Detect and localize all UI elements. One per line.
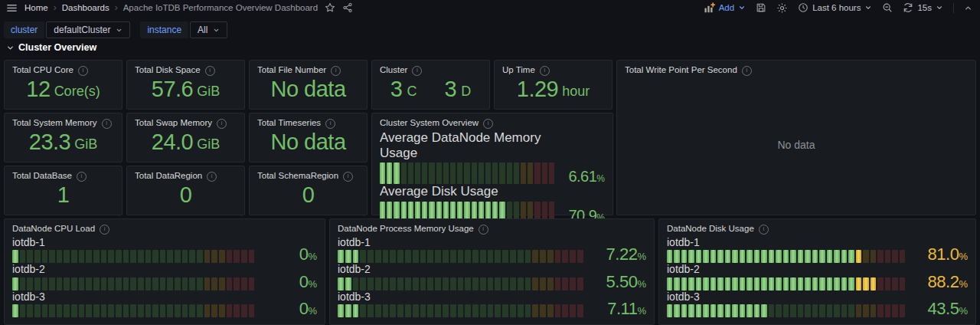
stat-value: 3: [390, 78, 403, 100]
gauge-cell: [79, 304, 85, 317]
stat-unit: GiB: [197, 133, 220, 151]
panel-total-system-memory: Total System Memory 23.3 GiB: [4, 113, 122, 162]
info-icon[interactable]: [483, 119, 493, 129]
gauge-cell: [27, 277, 33, 291]
gauge-cell: [812, 277, 818, 291]
star-icon[interactable]: [325, 2, 335, 13]
gauge-cell: [450, 277, 456, 291]
chevron-down-icon: [116, 27, 122, 34]
variable-instance-select[interactable]: All: [190, 21, 227, 38]
gauge-cell: [116, 250, 122, 263]
gauge-cell: [479, 162, 484, 184]
panel-title[interactable]: DataNode CPU Load: [12, 225, 95, 234]
gauge-cell: [227, 304, 233, 317]
gauge-series-label: Average DataNode Memory Usage: [380, 130, 554, 160]
gauge-value-unit: %: [959, 305, 968, 317]
menu-icon[interactable]: [6, 2, 18, 14]
gauge-cell: [160, 277, 166, 291]
save-icon[interactable]: [756, 2, 766, 13]
gauge-cell: [518, 250, 524, 263]
gauge-cell: [420, 250, 426, 263]
gauge-main: iotdb-1: [12, 236, 254, 263]
breadcrumb-dashboards[interactable]: Dashboards: [62, 3, 109, 12]
stat-value: 12: [26, 78, 50, 100]
chevron-up-icon[interactable]: [964, 4, 972, 12]
gauge-series-label: Average Disk Usage: [380, 184, 554, 199]
gauge-cell: [805, 250, 810, 263]
gauge-cell: [703, 277, 708, 291]
gauge-cell: [754, 277, 760, 291]
gauge-cell: [435, 304, 441, 317]
breadcrumb-home[interactable]: Home: [24, 3, 48, 12]
bar-gauge-row: iotdb-2 5.50%: [338, 263, 646, 290]
gauge-cell: [570, 304, 576, 317]
gauge-cell: [892, 277, 897, 291]
gauge-cell: [834, 250, 839, 263]
time-range-picker[interactable]: Last 6 hours: [798, 2, 872, 13]
gauge-cell: [27, 250, 33, 263]
gauge-cell: [234, 304, 240, 317]
variable-cluster-select[interactable]: defaultCluster: [46, 21, 130, 38]
gauge-cell: [420, 277, 426, 291]
gauge-cell: [49, 250, 55, 263]
gauge-cell: [160, 304, 166, 317]
row-cluster-overview[interactable]: Cluster Overview: [6, 42, 96, 53]
share-icon[interactable]: [342, 2, 353, 13]
info-icon[interactable]: [100, 225, 109, 235]
bar-gauge-row: Average Disk Usage 70.9%: [380, 184, 605, 223]
panel-title[interactable]: DataNode Disk Usage: [667, 225, 754, 234]
gauge-cell: [863, 304, 868, 317]
info-icon[interactable]: [479, 225, 488, 235]
gauge-cell: [798, 304, 803, 317]
gauge-cell: [34, 277, 41, 291]
add-button[interactable]: Add: [704, 2, 746, 14]
bar-gauge-row: iotdb-2 88.2%: [667, 263, 968, 290]
gauge-cell: [197, 304, 203, 317]
gauge-series-label: iotdb-1: [338, 236, 583, 248]
gauge-cell: [465, 277, 471, 291]
gauge-cell: [798, 277, 803, 291]
settings-gear-icon[interactable]: [776, 2, 788, 14]
gauge-cell: [42, 250, 48, 263]
panel-title[interactable]: Cluster System Overview: [380, 119, 479, 128]
gauge-cell: [360, 250, 366, 263]
gauge-cell: [472, 277, 479, 291]
gauge-value-number: 43.5: [928, 299, 959, 318]
gauge-cell: [405, 304, 411, 317]
gauge-cell: [819, 304, 825, 317]
panel-total-cpu-core: Total CPU Core 12 Core(s): [4, 60, 122, 110]
gauge-cell: [540, 277, 546, 291]
gauge-cell: [338, 304, 344, 317]
gauge-cell: [885, 277, 890, 291]
stat-value: 24.0: [152, 131, 193, 153]
gauge-cell: [397, 250, 403, 263]
gauge-cell: [540, 304, 546, 317]
gauge-cell: [383, 250, 389, 263]
bar-gauge: [380, 162, 554, 184]
gauge-cell: [710, 304, 716, 317]
gauge-cell: [725, 277, 730, 291]
gauge-main: Average DataNode Memory Usage: [380, 130, 554, 184]
gauge-main: iotdb-3: [338, 291, 583, 317]
gauge-cell: [443, 250, 449, 263]
stat-value: 1.29: [517, 78, 558, 100]
panel-title[interactable]: DataNode Process Memory Usage: [338, 225, 474, 234]
gauge-cell: [57, 250, 63, 263]
gauge-cell: [885, 304, 890, 317]
gauge-cell: [71, 304, 77, 317]
zoom-out-icon[interactable]: [882, 2, 893, 13]
refresh-button[interactable]: 15s: [903, 2, 943, 13]
gauge-cell: [57, 304, 63, 317]
info-icon[interactable]: [759, 225, 769, 235]
breadcrumb-current-dashboard: Apache IoTDB Performance Overview Dashbo…: [123, 3, 318, 12]
variable-cluster-label: cluster: [4, 21, 44, 38]
gauge-cell: [495, 304, 501, 317]
bar-gauge: [667, 250, 905, 263]
gauge-cell: [667, 250, 672, 263]
gauge-cell: [841, 250, 847, 263]
gauge-cell: [405, 250, 411, 263]
refresh-icon: [903, 2, 913, 13]
stat-body: No data: [250, 73, 367, 105]
gauge-cell: [848, 250, 854, 263]
gauge-main: iotdb-3: [667, 291, 905, 317]
